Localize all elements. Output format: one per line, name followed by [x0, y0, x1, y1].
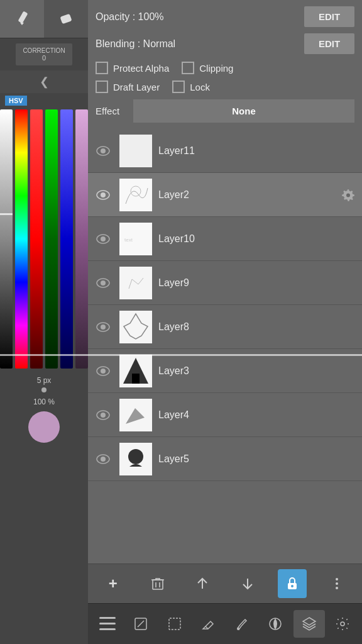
visibility-toggle[interactable]	[93, 366, 113, 376]
draft-layer-label: Draft Layer	[113, 82, 160, 92]
layer-name: Layer9	[158, 277, 357, 289]
move-up-button[interactable]	[188, 569, 217, 598]
alpha-slider[interactable]	[75, 109, 88, 369]
svg-rect-42	[99, 628, 116, 630]
layers-icon	[302, 616, 317, 631]
sidebar: CORRECTION 0 ❮ HSV 5 px 100 %	[0, 0, 88, 644]
svg-point-47	[341, 622, 344, 626]
add-layer-button[interactable]: +	[99, 569, 128, 598]
selection-button[interactable]	[159, 610, 190, 638]
table-row[interactable]: Layer11	[88, 129, 362, 173]
opacity-edit-button[interactable]: EDIT	[304, 6, 354, 27]
clipping-checkbox[interactable]: Clipping	[182, 62, 233, 74]
svg-rect-44	[169, 618, 180, 630]
lock-layer-button[interactable]	[278, 569, 307, 598]
effect-value[interactable]: None	[133, 99, 354, 123]
move-down-button[interactable]	[233, 569, 262, 598]
blue-slider[interactable]	[60, 109, 73, 369]
menu-icon	[99, 617, 116, 631]
layers-button[interactable]	[293, 610, 325, 638]
svg-point-45	[237, 628, 239, 630]
visibility-toggle[interactable]	[93, 410, 113, 420]
svg-point-9	[346, 193, 350, 197]
blending-row: Blending : Normal EDIT	[96, 33, 354, 54]
settings-app-button[interactable]	[327, 610, 358, 638]
effect-label: Effect	[96, 106, 133, 116]
svg-rect-24	[132, 374, 140, 384]
svg-rect-7	[119, 179, 152, 211]
blending-label: Blending : Normal	[96, 38, 175, 50]
svg-point-21	[101, 369, 106, 374]
layer-thumbnail	[119, 355, 152, 387]
layer-name: Layer10	[158, 233, 357, 245]
layer-settings-button[interactable]	[339, 188, 357, 202]
svg-rect-41	[99, 623, 116, 625]
correction-box: CORRECTION 0	[16, 43, 72, 65]
edit-button[interactable]	[125, 610, 156, 638]
blending-edit-button[interactable]: EDIT	[304, 33, 354, 54]
menu-button[interactable]	[92, 610, 123, 638]
layer-thumbnail	[119, 311, 152, 343]
layers-list: Layer11 Layer2	[88, 129, 362, 564]
visibility-toggle[interactable]	[93, 454, 113, 464]
trash-icon	[150, 576, 165, 591]
layer-name: Layer11	[158, 145, 357, 157]
opacity-row: Opacity : 100% EDIT	[96, 6, 354, 27]
zoom-value: 100 %	[33, 397, 55, 406]
protect-alpha-checkbox[interactable]: Protect Alpha	[96, 62, 169, 74]
svg-point-38	[336, 582, 338, 585]
table-row[interactable]: Layer5	[88, 437, 362, 481]
up-arrow-icon	[195, 576, 210, 591]
table-row[interactable]: Layer8	[88, 305, 362, 349]
svg-rect-40	[99, 617, 116, 619]
visibility-toggle[interactable]	[93, 146, 113, 156]
red-slider[interactable]	[30, 109, 43, 369]
opacity-label: Opacity : 100%	[96, 11, 164, 23]
color-button[interactable]	[260, 610, 291, 638]
down-arrow-icon	[240, 576, 255, 591]
svg-text:text: text	[124, 237, 133, 243]
layer-name: Layer3	[158, 365, 357, 377]
table-row[interactable]: Layer4	[88, 393, 362, 437]
settings-icon	[335, 616, 350, 631]
edit-icon	[133, 616, 148, 631]
brush-icon	[234, 616, 250, 631]
lock-checkbox[interactable]: Lock	[172, 80, 210, 93]
layer-name: Layer2	[158, 189, 339, 201]
more-icon	[329, 576, 344, 591]
protect-alpha-label: Protect Alpha	[113, 63, 169, 74]
add-icon: +	[109, 575, 118, 592]
svg-point-29	[101, 457, 106, 462]
layer-thumbnail: text	[119, 223, 152, 255]
size-value: 5 px	[37, 376, 52, 385]
tool-buttons	[0, 0, 88, 38]
layer-name: Layer4	[158, 409, 357, 421]
color-sliders	[0, 107, 93, 371]
layer-thumbnail	[119, 267, 152, 299]
svg-rect-32	[153, 580, 163, 589]
color-preview[interactable]	[28, 411, 60, 443]
more-options-button[interactable]	[322, 569, 351, 598]
delete-layer-button[interactable]	[143, 569, 172, 598]
visibility-toggle[interactable]	[93, 278, 113, 288]
table-row[interactable]: text Layer10	[88, 217, 362, 261]
layer-thumbnail	[119, 179, 152, 211]
table-row[interactable]: Layer9	[88, 261, 362, 305]
visibility-toggle[interactable]	[93, 234, 113, 244]
eraser-tool-button[interactable]	[44, 0, 88, 38]
brush-button[interactable]	[226, 610, 258, 638]
collapse-button[interactable]: ❮	[0, 70, 88, 93]
layer-toolbar: +	[88, 564, 362, 603]
visibility-toggle[interactable]	[93, 322, 113, 332]
clipping-label: Clipping	[199, 63, 233, 74]
green-slider[interactable]	[45, 109, 58, 369]
eraser-button[interactable]	[192, 610, 224, 638]
draft-layer-checkbox[interactable]: Draft Layer	[96, 80, 160, 93]
svg-point-18	[101, 325, 106, 330]
main-panel: Opacity : 100% EDIT Blending : Normal ED…	[88, 0, 362, 644]
pen-tool-button[interactable]	[0, 0, 44, 38]
visibility-toggle[interactable]	[93, 190, 113, 200]
svg-point-11	[101, 236, 106, 242]
table-row[interactable]: Layer2	[88, 173, 362, 217]
hue-slider[interactable]	[15, 109, 28, 369]
